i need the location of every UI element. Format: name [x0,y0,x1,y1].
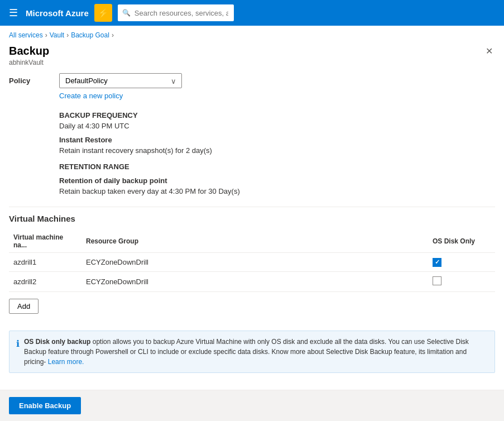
topbar: ☰ Microsoft Azure ⚡ [0,0,504,26]
retention-daily-title: Retention of daily backup point [59,176,495,185]
info-text-body: option allows you to backup Azure Virtua… [24,338,469,366]
col-header-name: Virtual machine na... [9,230,81,253]
info-text: OS Disk only backup option allows you to… [24,337,488,367]
info-text-bold: OS Disk only backup [24,338,90,346]
close-button[interactable]: ✕ [483,45,495,58]
learn-more-link[interactable]: Learn more. [48,358,84,366]
info-icon: ℹ [16,337,20,367]
create-policy-link[interactable]: Create a new policy [59,92,182,100]
breadcrumb: All services › Vault › Backup Goal › [0,26,504,42]
lightning-icon: ⚡ [98,8,109,18]
table-header-row: Virtual machine na... Resource Group OS … [9,230,495,253]
page-header-text: Backup abhinkVault [9,45,49,66]
col-header-rg: Resource Group [81,230,428,253]
instant-restore-title: Instant Restore [59,136,495,144]
instant-restore-text: Retain instant recovery snapshot(s) for … [59,146,495,155]
vm-osdisk-cell [428,253,495,272]
breadcrumb-sep-2: › [66,31,69,39]
backup-frequency-text: Daily at 4:30 PM UTC [59,122,495,130]
backup-frequency-title: BACKUP FREQUENCY [59,111,495,119]
page-title: Backup [9,45,49,58]
search-input[interactable] [118,4,234,21]
vm-name-cell: azdrill1 [9,253,81,272]
policy-label: Policy [9,73,37,85]
vm-rg-cell: ECYZoneDownDrill [81,253,428,272]
vm-section-title: Virtual Machines [9,214,495,223]
checkbox-checked[interactable] [433,258,441,267]
retention-range-title: RETENTION RANGE [59,162,495,171]
azure-icon-button[interactable]: ⚡ [94,4,112,22]
policy-select[interactable]: DefaultPolicy [59,73,182,88]
breadcrumb-sep-1: › [45,31,47,39]
vm-osdisk-cell [428,271,495,291]
breadcrumb-vault[interactable]: Vault [50,31,64,39]
topbar-title: Microsoft Azure [26,8,89,18]
add-button[interactable]: Add [9,299,39,314]
content-area: Policy DefaultPolicy Create a new policy… [0,73,504,382]
page-header: Backup abhinkVault ✕ [0,42,504,73]
table-row: azdrill2ECYZoneDownDrill [9,271,495,291]
hamburger-menu[interactable]: ☰ [7,4,20,21]
virtual-machines-section: Virtual Machines Virtual machine na... R… [9,214,495,322]
section-divider [9,207,495,207]
policy-row: Policy DefaultPolicy Create a new policy [9,73,495,100]
policy-select-wrap: DefaultPolicy [59,73,182,88]
policy-right: DefaultPolicy Create a new policy [59,73,182,100]
breadcrumb-sep-3: › [112,31,114,39]
retention-daily-text: Retain backup taken every day at 4:30 PM… [59,187,495,195]
vm-rg-cell: ECYZoneDownDrill [81,271,428,291]
vm-table: Virtual machine na... Resource Group OS … [9,230,495,292]
policy-details: BACKUP FREQUENCY Daily at 4:30 PM UTC In… [59,111,495,195]
breadcrumb-all-services[interactable]: All services [9,31,43,39]
checkbox-unchecked[interactable] [433,276,441,285]
breadcrumb-backup-goal[interactable]: Backup Goal [71,31,109,39]
table-row: azdrill1ECYZoneDownDrill [9,253,495,272]
page-subtitle: abhinkVault [9,59,49,66]
vm-name-cell: azdrill2 [9,271,81,291]
search-wrap [118,4,386,21]
col-header-os: OS Disk Only [428,230,495,253]
info-box: ℹ OS Disk only backup option allows you … [9,331,495,373]
